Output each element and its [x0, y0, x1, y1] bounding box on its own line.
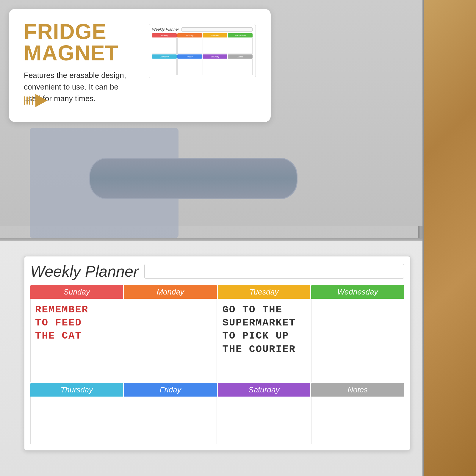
days-grid-top: Sunday REMEMBERTO FEEDTHE CAT Monday Tue…	[30, 285, 404, 382]
main-planner-title: Weekly Planner	[30, 262, 138, 280]
main-planner-input-box[interactable]	[144, 264, 404, 279]
small-planner-input-box	[181, 27, 253, 32]
arrow-line-1	[24, 96, 25, 105]
arrow-right-shape	[35, 94, 47, 107]
arrow-line-4	[32, 96, 33, 105]
tuesday-body: GO TO THESUPERMARKETTO PICK UPTHE COURIE…	[218, 299, 311, 382]
small-day-sunday: Sunday	[152, 33, 177, 54]
small-day-friday: Friday	[177, 54, 202, 75]
small-tuesday-header: Tuesday	[203, 33, 227, 37]
small-sunday-body	[152, 37, 177, 54]
small-grid-bottom: Thursday Friday Saturday Notes	[152, 54, 253, 75]
drawer-handle	[89, 158, 298, 199]
small-planner-header: Weekly Planner	[152, 27, 253, 32]
monday-header: Monday	[124, 285, 217, 299]
promo-box: FRIDGE MAGNET Features the erasable desi…	[9, 9, 271, 122]
notes-header: Notes	[311, 383, 404, 397]
small-monday-body	[177, 37, 202, 54]
fridge-magnet-title: FRIDGE MAGNET	[24, 21, 137, 64]
monday-body	[124, 299, 217, 382]
friday-header: Friday	[124, 383, 217, 397]
notes-label: Notes	[347, 385, 368, 394]
small-monday-header: Monday	[177, 33, 202, 37]
day-column-thursday: Thursday	[30, 383, 123, 444]
tuesday-note: GO TO THESUPERMARKETTO PICK UPTHE COURIE…	[223, 303, 306, 356]
small-day-saturday: Saturday	[203, 54, 227, 75]
small-notes-header: Notes	[228, 54, 253, 59]
monday-label: Monday	[156, 287, 184, 297]
day-column-friday: Friday	[124, 383, 217, 444]
day-column-notes: Notes	[311, 383, 404, 444]
sunday-note: REMEMBERTO FEEDTHE CAT	[35, 303, 118, 343]
small-wednesday-header: Wednesday	[228, 33, 253, 37]
wednesday-body	[311, 299, 404, 382]
small-thursday-body	[152, 59, 177, 75]
day-column-wednesday: Wednesday	[311, 285, 404, 382]
sunday-header: Sunday	[30, 285, 123, 299]
small-tuesday-body	[203, 37, 227, 54]
promo-text-section: FRIDGE MAGNET Features the erasable desi…	[24, 21, 137, 104]
sunday-body: REMEMBERTO FEEDTHE CAT	[30, 299, 123, 382]
small-day-thursday: Thursday	[152, 54, 177, 75]
main-weekly-planner: Weekly Planner Sunday REMEMBERTO FEEDTHE…	[24, 256, 411, 451]
saturday-header: Saturday	[218, 383, 311, 397]
day-column-saturday: Saturday	[218, 383, 311, 444]
small-notes-body	[228, 59, 253, 75]
day-column-sunday: Sunday REMEMBERTO FEEDTHE CAT	[30, 285, 123, 382]
notes-body	[311, 397, 404, 444]
days-grid-bottom: Thursday Friday Saturday Notes	[30, 383, 404, 444]
friday-label: Friday	[160, 385, 181, 394]
small-sunday-header: Sunday	[152, 33, 177, 37]
small-planner-title: Weekly Planner	[152, 27, 179, 32]
main-planner-header: Weekly Planner	[30, 262, 404, 280]
small-day-tuesday: Tuesday	[203, 33, 227, 54]
day-column-tuesday: Tuesday GO TO THESUPERMARKETTO PICK UPTH…	[218, 285, 311, 382]
small-saturday-body	[203, 59, 227, 75]
thursday-body	[30, 397, 123, 444]
small-friday-body	[177, 59, 202, 75]
thursday-header: Thursday	[30, 383, 123, 397]
small-thursday-header: Thursday	[152, 54, 177, 59]
small-day-notes: Notes	[228, 54, 253, 75]
arrow-line-3	[29, 96, 30, 105]
wood-panel	[422, 0, 476, 476]
arrow-lines	[24, 96, 33, 105]
small-grid-top: Sunday Monday Tuesday Wednesday	[152, 33, 253, 54]
small-saturday-header: Saturday	[203, 54, 227, 59]
small-wednesday-body	[228, 37, 253, 54]
small-planner-preview: Weekly Planner Sunday Monday Tuesday Wed…	[149, 24, 256, 78]
saturday-label: Saturday	[248, 385, 279, 394]
small-day-wednesday: Wednesday	[228, 33, 253, 54]
arrow-icon	[24, 94, 47, 107]
thursday-label: Thursday	[61, 385, 93, 394]
wednesday-header: Wednesday	[311, 285, 404, 299]
small-day-monday: Monday	[177, 33, 202, 54]
sunday-label: Sunday	[64, 287, 90, 297]
tuesday-label: Tuesday	[249, 287, 278, 297]
tuesday-header: Tuesday	[218, 285, 311, 299]
saturday-body	[218, 397, 311, 444]
arrow-line-2	[26, 96, 28, 105]
wednesday-label: Wednesday	[337, 287, 378, 297]
small-friday-header: Friday	[177, 54, 202, 59]
friday-body	[124, 397, 217, 444]
day-column-monday: Monday	[124, 285, 217, 382]
